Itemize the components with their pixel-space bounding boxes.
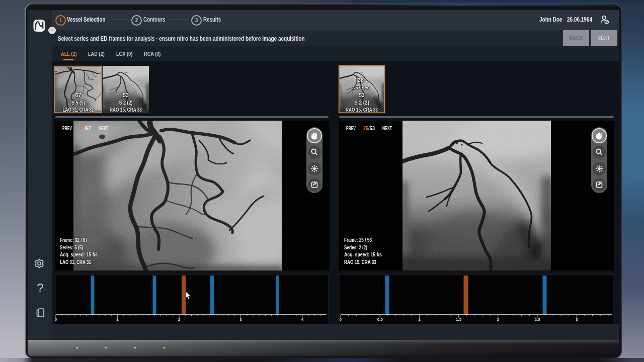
svg-text:Acq. speed: 15 f/s: Acq. speed: 15 f/s (344, 251, 382, 257)
svg-text:4: 4 (301, 317, 304, 322)
svg-text:Series: 2 (2): Series: 2 (2) (344, 244, 367, 250)
svg-text:/53: /53 (368, 125, 375, 131)
svg-text:0.5: 0.5 (377, 317, 383, 322)
svg-text:32: 32 (79, 125, 85, 131)
svg-text:25: 25 (363, 125, 368, 131)
svg-text:53: 53 (359, 92, 365, 98)
svg-text:S 2 (2): S 2 (2) (119, 100, 133, 106)
svg-text:RAO 15, CRA 33: RAO 15, CRA 33 (110, 107, 142, 113)
svg-text:53: 53 (123, 92, 129, 98)
svg-text:Acq. speed: 15 f/s: Acq. speed: 15 f/s (60, 251, 98, 257)
svg-text:1: 1 (116, 317, 119, 322)
svg-text:3: 3 (239, 317, 242, 322)
svg-text:RAO 15, CRA 33: RAO 15, CRA 33 (346, 107, 378, 113)
svg-text:3: 3 (576, 317, 578, 322)
svg-text:RAO 15, CRA 33: RAO 15, CRA 33 (344, 259, 376, 265)
svg-text:/67: /67 (85, 125, 91, 131)
svg-text:0: 0 (340, 317, 342, 322)
svg-text:0: 0 (55, 317, 57, 322)
svg-text:Frame: 25 / 53: Frame: 25 / 53 (344, 237, 372, 243)
svg-text:S 2 (2): S 2 (2) (354, 100, 369, 106)
svg-text:2: 2 (178, 317, 181, 322)
svg-text:NEXT: NEXT (99, 126, 108, 131)
svg-text:NEXT: NEXT (382, 126, 392, 131)
svg-text:LAO 31, CRA 31: LAO 31, CRA 31 (60, 259, 91, 265)
svg-text:PREV: PREV (62, 126, 72, 131)
svg-text:38°: 38° (358, 77, 366, 83)
svg-text:1.5: 1.5 (456, 317, 462, 322)
svg-text:PREV: PREV (346, 126, 356, 131)
svg-text:2: 2 (497, 317, 500, 322)
svg-text:S 5 (5): S 5 (5) (71, 100, 85, 106)
svg-text:Frame: 32 / 67: Frame: 32 / 67 (60, 237, 88, 243)
svg-text:1: 1 (418, 317, 421, 322)
svg-text:67: 67 (75, 92, 82, 98)
svg-text:-57 sec: -57 sec (354, 84, 370, 90)
svg-text:Series: 5 (5): Series: 5 (5) (60, 244, 83, 250)
svg-text:2.5: 2.5 (534, 317, 540, 322)
svg-text:LAO 31, CRA 31: LAO 31, CRA 31 (63, 107, 94, 113)
